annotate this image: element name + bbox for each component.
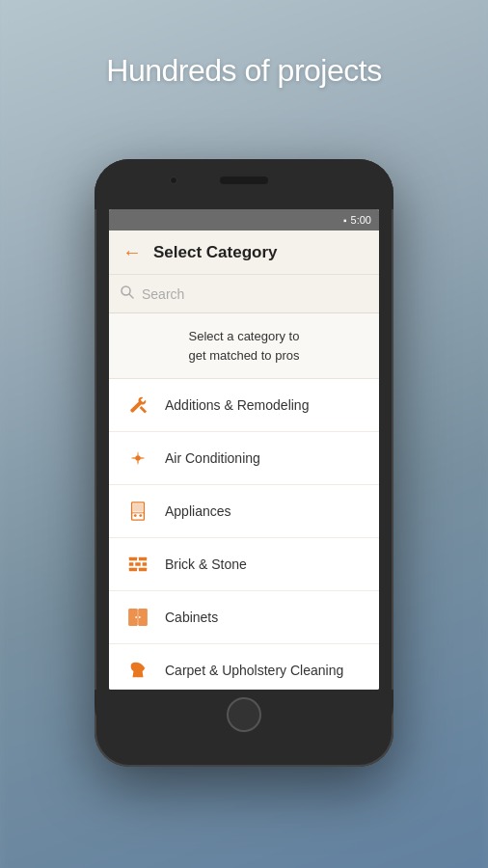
- phone-device: ▪ 5:00 ← Select Category Search Select a…: [95, 159, 393, 767]
- svg-point-6: [134, 514, 137, 517]
- category-item-additions[interactable]: Additions & Remodeling: [109, 379, 379, 432]
- carpet-icon: [124, 657, 151, 684]
- svg-rect-14: [129, 568, 137, 572]
- category-item-carpet[interactable]: Carpet & Upholstery Cleaning: [109, 644, 379, 690]
- category-item-cabinets[interactable]: Cabinets: [109, 591, 379, 644]
- brick-icon: [124, 551, 151, 578]
- category-label-carpet: Carpet & Upholstery Cleaning: [165, 663, 343, 678]
- status-time: 5:00: [351, 214, 371, 226]
- phone-top: [95, 159, 393, 209]
- svg-line-1: [129, 294, 133, 298]
- svg-point-18: [135, 616, 137, 618]
- search-icon: [121, 285, 134, 302]
- page-heading: Hundreds of projects: [0, 53, 488, 89]
- phone-camera: [170, 176, 177, 184]
- cabinets-icon: [124, 604, 151, 631]
- svg-rect-9: [129, 557, 137, 561]
- phone-bottom: [95, 690, 393, 740]
- category-label-cabinets: Cabinets: [165, 610, 218, 625]
- category-item-ac[interactable]: Air Conditioning: [109, 432, 379, 485]
- svg-rect-13: [143, 562, 148, 566]
- appliances-icon: [124, 498, 151, 525]
- phone-speaker: [220, 176, 268, 184]
- home-button[interactable]: [227, 697, 261, 732]
- search-input[interactable]: Search: [142, 286, 367, 302]
- promo-text: Select a category to get matched to pros: [119, 327, 369, 365]
- category-item-appliances[interactable]: Appliances: [109, 485, 379, 538]
- battery-icon: ▪: [343, 215, 347, 226]
- svg-rect-10: [139, 557, 147, 561]
- svg-rect-12: [135, 562, 141, 566]
- back-button[interactable]: ←: [122, 241, 142, 263]
- category-label-brick: Brick & Stone: [165, 556, 247, 572]
- svg-rect-11: [129, 562, 134, 566]
- svg-point-19: [139, 616, 141, 618]
- svg-point-7: [139, 514, 142, 517]
- category-label-additions: Additions & Remodeling: [165, 397, 309, 413]
- category-list: Additions & Remodeling Air Conditioning …: [109, 379, 379, 690]
- svg-rect-5: [133, 504, 142, 511]
- header-title: Select Category: [153, 243, 278, 262]
- ac-icon: [124, 445, 151, 472]
- category-label-appliances: Appliances: [165, 503, 231, 519]
- remodeling-icon: [124, 392, 151, 419]
- search-bar[interactable]: Search: [109, 275, 379, 313]
- category-label-ac: Air Conditioning: [165, 450, 260, 466]
- status-bar: ▪ 5:00: [109, 209, 379, 231]
- category-item-brick[interactable]: Brick & Stone: [109, 538, 379, 591]
- promo-section: Select a category to get matched to pros: [109, 313, 379, 379]
- svg-rect-15: [139, 568, 147, 572]
- phone-screen: ▪ 5:00 ← Select Category Search Select a…: [109, 209, 379, 690]
- app-header: ← Select Category: [109, 231, 379, 275]
